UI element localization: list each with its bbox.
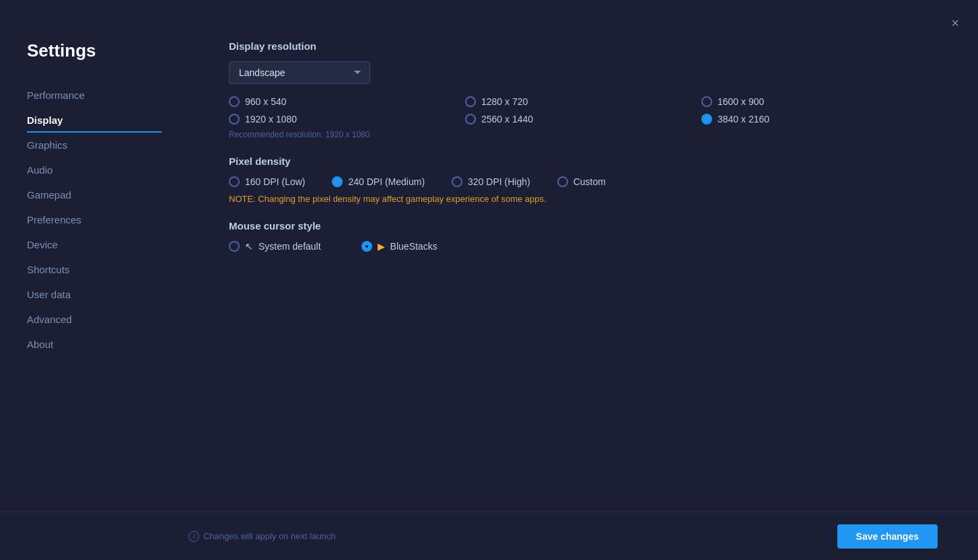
- sidebar-item-user-data[interactable]: User data: [27, 282, 162, 307]
- info-icon: i: [188, 531, 199, 542]
- pixel-density-note: NOTE: Changing the pixel density may aff…: [229, 194, 938, 204]
- cursor-style-grid: ↖System default▶BlueStacks: [229, 241, 938, 252]
- pixel-density-label-240: 240 DPI (Medium): [348, 176, 425, 187]
- nav-list: PerformanceDisplayGraphicsAudioGamepadPr…: [27, 83, 162, 357]
- sidebar-item-performance[interactable]: Performance: [27, 83, 162, 108]
- cursor-option-bluestacks[interactable]: ▶BlueStacks: [361, 241, 438, 252]
- resolution-option-960x540[interactable]: 960 x 540: [229, 96, 465, 107]
- sidebar-item-about[interactable]: About: [27, 332, 162, 357]
- sidebar-item-graphics[interactable]: Graphics: [27, 133, 162, 158]
- sidebar-item-gamepad[interactable]: Gamepad: [27, 182, 162, 207]
- resolution-radio-1280x720[interactable]: [465, 96, 476, 107]
- sidebar-item-shortcuts[interactable]: Shortcuts: [27, 257, 162, 282]
- resolution-radio-3840x2160[interactable]: [701, 114, 712, 125]
- sidebar: Settings PerformanceDisplayGraphicsAudio…: [0, 40, 188, 560]
- page-title: Settings: [27, 40, 162, 61]
- recommended-resolution-text: Recommended resolution: 1920 x 1080: [229, 130, 938, 139]
- pixel-density-title: Pixel density: [229, 155, 938, 167]
- cursor-label-bluestacks: BlueStacks: [390, 241, 438, 252]
- resolution-label-3840x2160: 3840 x 2160: [718, 114, 769, 125]
- resolution-option-1600x900[interactable]: 1600 x 900: [701, 96, 938, 107]
- footer-note: i Changes will apply on next launch: [188, 531, 336, 542]
- save-changes-button[interactable]: Save changes: [837, 524, 938, 549]
- cursor-style-title: Mouse cursor style: [229, 220, 938, 232]
- sidebar-item-device[interactable]: Device: [27, 232, 162, 257]
- resolution-orientation-dropdown[interactable]: LandscapePortrait: [229, 61, 370, 84]
- sidebar-item-display[interactable]: Display: [27, 108, 162, 133]
- pixel-density-radio-160[interactable]: [229, 176, 240, 187]
- resolution-option-3840x2160[interactable]: 3840 x 2160: [701, 114, 938, 125]
- pixel-density-option-160[interactable]: 160 DPI (Low): [229, 176, 305, 187]
- pixel-density-label-160: 160 DPI (Low): [245, 176, 305, 187]
- resolution-radio-1600x900[interactable]: [701, 96, 712, 107]
- pixel-density-label-320: 320 DPI (High): [468, 176, 530, 187]
- resolution-radio-1920x1080[interactable]: [229, 114, 240, 125]
- resolution-radio-960x540[interactable]: [229, 96, 240, 107]
- footer: i Changes will apply on next launch Save…: [0, 512, 978, 560]
- pixel-density-option-240[interactable]: 240 DPI (Medium): [332, 176, 425, 187]
- resolution-option-1920x1080[interactable]: 1920 x 1080: [229, 114, 465, 125]
- resolution-radio-2560x1440[interactable]: [465, 114, 476, 125]
- pixel-density-option-320[interactable]: 320 DPI (High): [452, 176, 530, 187]
- resolution-option-1280x720[interactable]: 1280 x 720: [465, 96, 701, 107]
- resolution-option-2560x1440[interactable]: 2560 x 1440: [465, 114, 701, 125]
- pixel-density-radio-240[interactable]: [332, 176, 343, 187]
- cursor-style-section: Mouse cursor style ↖System default▶BlueS…: [229, 220, 938, 252]
- sidebar-item-preferences[interactable]: Preferences: [27, 207, 162, 232]
- bluestacks-cursor-icon: ▶: [378, 241, 385, 252]
- resolution-label-2560x1440: 2560 x 1440: [481, 114, 533, 125]
- close-button[interactable]: ×: [946, 13, 965, 32]
- resolution-label-1280x720: 1280 x 720: [481, 96, 528, 107]
- pixel-density-option-custom[interactable]: Custom: [557, 176, 606, 187]
- main-content: Display resolution LandscapePortrait 960…: [188, 40, 978, 560]
- settings-modal: × Settings PerformanceDisplayGraphicsAud…: [0, 0, 978, 560]
- display-resolution-title: Display resolution: [229, 40, 938, 52]
- cursor-option-system[interactable]: ↖System default: [229, 241, 321, 252]
- landscape-dropdown-wrapper: LandscapePortrait: [229, 61, 938, 84]
- footer-note-text: Changes will apply on next launch: [203, 531, 336, 541]
- cursor-radio-bluestacks[interactable]: [361, 241, 372, 252]
- sidebar-item-audio[interactable]: Audio: [27, 158, 162, 182]
- pixel-density-radio-custom[interactable]: [557, 176, 568, 187]
- display-resolution-section: Display resolution LandscapePortrait 960…: [229, 40, 938, 139]
- pixel-density-section: Pixel density 160 DPI (Low)240 DPI (Medi…: [229, 155, 938, 204]
- cursor-label-system: System default: [258, 241, 321, 252]
- resolution-grid: 960 x 5401280 x 7201600 x 9001920 x 1080…: [229, 96, 938, 125]
- resolution-label-1920x1080: 1920 x 1080: [245, 114, 297, 125]
- resolution-label-1600x900: 1600 x 900: [718, 96, 764, 107]
- cursor-radio-system[interactable]: [229, 241, 240, 252]
- resolution-label-960x540: 960 x 540: [245, 96, 287, 107]
- sidebar-item-advanced[interactable]: Advanced: [27, 307, 162, 332]
- pixel-density-radio-320[interactable]: [452, 176, 462, 187]
- pixel-density-label-custom: Custom: [573, 176, 606, 187]
- system-cursor-icon: ↖: [245, 241, 253, 252]
- pixel-density-grid: 160 DPI (Low)240 DPI (Medium)320 DPI (Hi…: [229, 176, 938, 187]
